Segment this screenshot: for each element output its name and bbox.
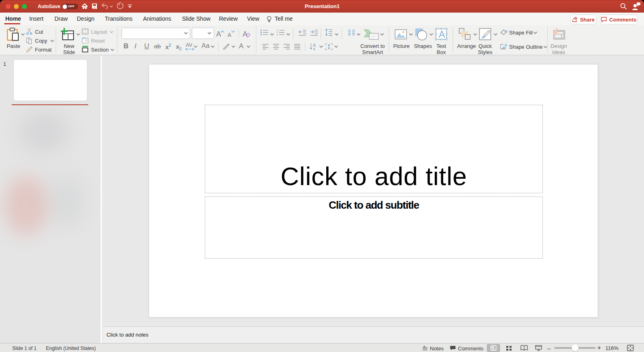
svg-text:3: 3 xyxy=(277,34,278,36)
svg-text:A: A xyxy=(313,43,316,48)
svg-text:A: A xyxy=(439,29,445,40)
